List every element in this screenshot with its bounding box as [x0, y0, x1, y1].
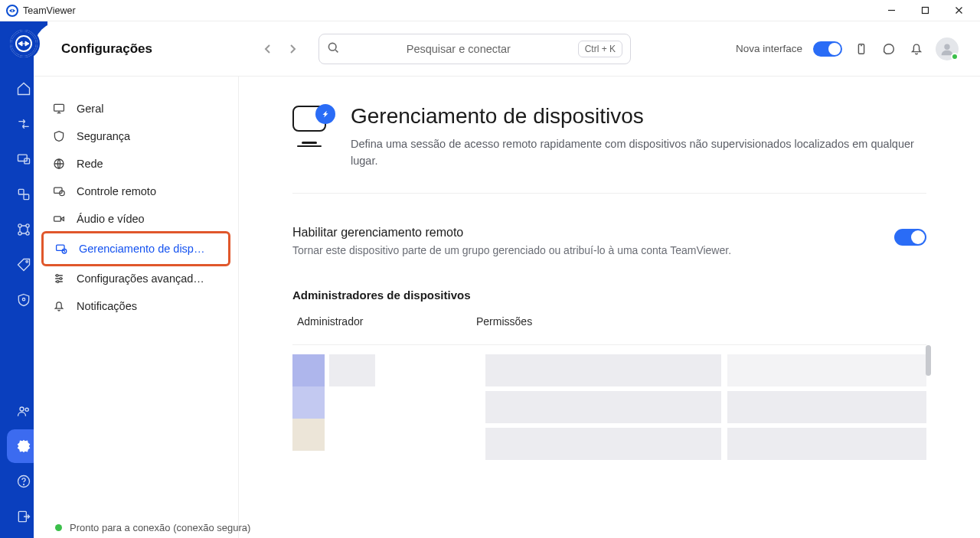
status-dot-icon [55, 524, 62, 531]
page-hero: Gerenciamento de dispositivos Defina uma… [292, 104, 926, 194]
enable-remote-heading: Habilitar gerenciamento remoto [292, 226, 731, 240]
highlighted-nav-border: Gerenciamento de disp… [41, 231, 230, 266]
search-icon [327, 41, 339, 57]
svg-rect-21 [54, 104, 64, 111]
status-text: Pronto para a conexão (conexão segura) [70, 522, 250, 533]
svg-rect-0 [922, 8, 928, 14]
window-maximize-button[interactable] [908, 0, 942, 21]
new-interface-label: Nova interface [736, 43, 802, 54]
settings-nav-device-management[interactable]: Gerenciamento de disp… [45, 235, 227, 262]
svg-rect-5 [24, 194, 29, 200]
settings-nav-remote-control[interactable]: Controle remoto [43, 178, 229, 205]
svg-point-18 [328, 43, 336, 51]
col-permissions: Permissões [476, 315, 532, 328]
admins-table-body [292, 345, 926, 460]
app-favicon [6, 5, 18, 17]
svg-rect-2 [18, 155, 28, 161]
page-title: Gerenciamento de dispositivos [351, 104, 926, 129]
settings-nav-advanced[interactable]: Configurações avançad… [43, 265, 229, 292]
app-header: Configurações Pesquisar e conectar Ctrl … [34, 21, 980, 77]
svg-point-9 [26, 232, 29, 235]
globe-icon [52, 158, 66, 170]
settings-nav-notifications[interactable]: Notificações [43, 292, 229, 320]
sliders-icon [52, 272, 66, 285]
svg-point-20 [944, 44, 949, 49]
monitor-icon [52, 103, 66, 115]
shield-icon [52, 130, 66, 142]
page-subtitle: Defina uma sessão de acesso remoto rapid… [351, 136, 926, 170]
search-placeholder: Pesquisar e conectar [347, 43, 570, 55]
svg-point-12 [20, 407, 24, 411]
window-title: TeamViewer [23, 5, 76, 16]
table-scrollbar[interactable] [926, 345, 931, 376]
admins-table: Administrador Permissões [292, 315, 926, 460]
settings-nav-security[interactable]: Segurança [43, 122, 229, 150]
enable-remote-toggle[interactable] [894, 229, 926, 246]
svg-point-16 [24, 484, 24, 485]
bell-icon[interactable] [908, 41, 925, 57]
svg-point-6 [18, 224, 21, 227]
svg-point-10 [26, 261, 28, 263]
device-icon[interactable] [853, 41, 870, 57]
remote-icon [52, 185, 66, 197]
window-titlebar: TeamViewer [0, 0, 980, 21]
settings-nav: Geral Segurança Rede Controle remoto Áud… [34, 77, 239, 538]
col-administrator: Administrador [292, 315, 476, 328]
svg-point-8 [18, 232, 21, 235]
svg-rect-23 [54, 187, 62, 193]
search-input[interactable]: Pesquisar e conectar Ctrl + K [318, 34, 631, 64]
settings-content: Gerenciamento de dispositivos Defina uma… [239, 77, 980, 538]
nav-back-button[interactable] [257, 38, 279, 60]
settings-nav-audio-video[interactable]: Áudio e vídeo [43, 205, 229, 233]
page-section-title: Configurações [61, 41, 245, 57]
bell-icon [52, 300, 66, 312]
camera-icon [52, 213, 66, 225]
enable-remote-desc: Tornar este dispositivo parte de um grup… [292, 244, 731, 256]
new-interface-toggle[interactable] [813, 41, 842, 57]
search-shortcut: Ctrl + K [578, 41, 622, 57]
status-bar: Pronto para a conexão (conexão segura) [55, 522, 250, 533]
svg-point-13 [25, 408, 28, 411]
device-mgmt-icon [54, 243, 68, 255]
svg-point-29 [60, 278, 62, 280]
app-logo [8, 28, 40, 60]
window-close-button[interactable] [942, 0, 975, 21]
window-minimize-button[interactable] [874, 0, 908, 21]
svg-point-7 [26, 224, 29, 227]
svg-rect-25 [54, 217, 61, 221]
settings-nav-general[interactable]: Geral [43, 95, 229, 122]
svg-point-28 [56, 275, 58, 277]
chat-icon[interactable] [880, 41, 897, 57]
status-online-dot [951, 53, 959, 60]
svg-rect-4 [18, 189, 24, 194]
svg-point-11 [22, 298, 24, 301]
settings-nav-network[interactable]: Rede [43, 150, 229, 178]
svg-point-30 [57, 281, 59, 283]
admins-heading: Administradores de dispositivos [292, 289, 926, 302]
nav-forward-button[interactable] [282, 38, 303, 60]
hero-device-icon [292, 104, 332, 147]
user-avatar[interactable] [936, 37, 959, 60]
